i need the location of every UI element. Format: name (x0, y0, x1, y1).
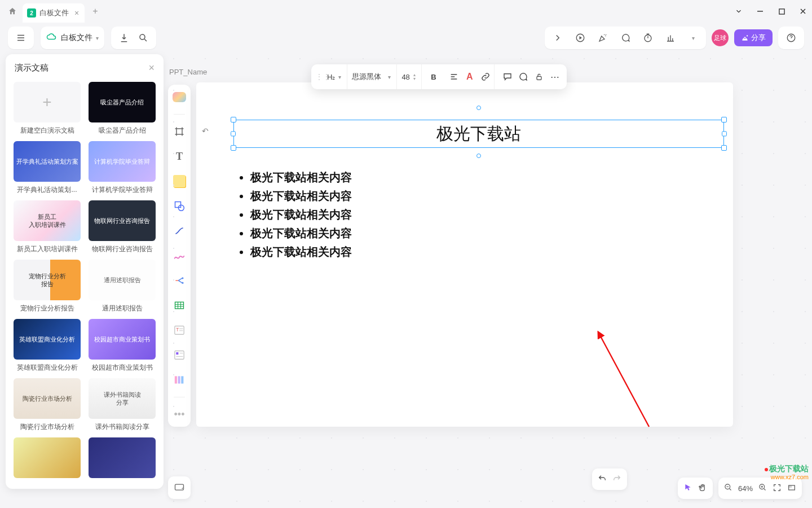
template-label: 吸尘器产品介绍 (89, 126, 156, 135)
template-panel: 演示文稿 × +新建空白演示文稿吸尘器产品介绍吸尘器产品介绍开学典礼活动策划方案… (6, 54, 164, 489)
bullet-item[interactable]: 极光下载站相关内容 (250, 187, 352, 205)
redo-button[interactable] (612, 474, 621, 485)
template-card[interactable]: 通用述职报告通用述职报告 (89, 260, 156, 313)
chevron-down-icon[interactable] (734, 7, 743, 16)
resize-handle-bl[interactable] (231, 145, 236, 151)
bold-button[interactable]: B (426, 69, 441, 84)
undo-button[interactable] (598, 474, 607, 485)
user-avatar[interactable]: 足球 (712, 29, 729, 46)
svg-rect-18 (537, 76, 541, 80)
title-selection[interactable]: 极光下载站 (233, 120, 724, 148)
watermark: 极光下载站 www.xz7.com (765, 464, 809, 481)
window-minimize[interactable] (756, 7, 765, 16)
cursor-tool[interactable] (683, 483, 692, 494)
home-button[interactable] (5, 3, 20, 19)
template-card[interactable]: 吸尘器产品介绍吸尘器产品介绍 (89, 82, 156, 135)
window-close[interactable] (798, 7, 807, 16)
template-card[interactable]: 陶瓷行业市场分析陶瓷行业市场分析 (14, 378, 81, 432)
titlebar: 2 白板文件 × + (0, 0, 812, 23)
minimap-toggle[interactable] (787, 483, 796, 494)
template-label: 新员工入职培训课件 (14, 244, 81, 254)
template-card[interactable]: 英雄联盟商业化分析英雄联盟商业化分析 (14, 319, 81, 373)
svg-point-1 (140, 34, 145, 40)
heading-select[interactable]: H₂ ▾ (323, 64, 346, 89)
window-maximize[interactable] (777, 7, 786, 16)
template-card[interactable]: 物联网行业咨询报告物联网行业咨询报告 (89, 200, 156, 254)
chat-button[interactable] (516, 69, 531, 84)
template-card[interactable] (14, 437, 81, 481)
hand-tool[interactable] (698, 483, 707, 494)
svg-rect-0 (779, 8, 784, 14)
resize-handle-tl[interactable] (231, 117, 236, 122)
comment-icon[interactable] (618, 30, 633, 45)
template-card[interactable]: 新员工 入职培训课件新员工入职培训课件 (14, 200, 81, 254)
template-card[interactable]: 宠物行业分析 报告宠物行业分析报告 (14, 260, 81, 313)
template-label: 开学典礼活动策划... (14, 185, 81, 195)
zoom-value[interactable]: 64% (738, 484, 753, 493)
template-label: 宠物行业分析报告 (14, 304, 81, 313)
fit-view[interactable] (773, 483, 782, 494)
align-button[interactable] (447, 69, 461, 84)
download-button[interactable] (117, 30, 131, 45)
template-label: 陶瓷行业市场分析 (14, 422, 81, 432)
rotate-handle[interactable]: ↶ (202, 126, 209, 135)
text-color-button[interactable]: A (462, 69, 477, 84)
font-select[interactable]: 思源黑体 ▾ (347, 64, 395, 89)
more-options[interactable]: ⋯ (548, 69, 562, 84)
panel-title: 演示文稿 (15, 63, 48, 73)
link-button[interactable] (478, 69, 493, 84)
resize-handle-br[interactable] (721, 145, 727, 151)
zoom-out[interactable] (724, 483, 732, 493)
panel-close-button[interactable]: × (148, 62, 155, 74)
bullet-item[interactable]: 极光下载站相关内容 (250, 243, 352, 261)
search-button[interactable] (136, 30, 151, 45)
resize-handle-tm[interactable] (476, 106, 481, 110)
confetti-icon[interactable] (595, 30, 610, 45)
file-name-dropdown[interactable]: 白板文件▾ (61, 33, 99, 43)
template-card[interactable]: 课外书籍阅读 分享课外书籍阅读分享 (89, 378, 156, 432)
bullet-item[interactable]: 极光下载站相关内容 (250, 224, 352, 243)
new-tab-button[interactable]: + (92, 6, 98, 16)
template-label: 通用述职报告 (89, 304, 156, 313)
resize-handle-mr[interactable] (722, 132, 727, 137)
chevron-right-icon[interactable] (550, 30, 565, 45)
svg-rect-19 (175, 484, 184, 490)
lock-button[interactable] (532, 69, 546, 84)
resize-handle-bm[interactable] (476, 154, 481, 158)
bullet-item[interactable]: 极光下载站相关内容 (250, 205, 352, 224)
svg-rect-23 (789, 485, 792, 488)
share-label: 分享 (751, 33, 766, 43)
tab-title: 白板文件 (39, 8, 69, 18)
template-card[interactable]: 计算机学院毕业答辩计算机学院毕业答辩 (89, 141, 156, 195)
chart-icon[interactable] (663, 30, 678, 45)
play-button[interactable] (573, 30, 588, 45)
template-label: 校园超市商业策划书 (89, 363, 156, 373)
canvas[interactable]: PPT_Name 极光下载站 极光下载站相关内容极光下载站相关内容极光下载站相关… (169, 54, 812, 508)
more-tools-chevron[interactable]: ▾ (686, 30, 700, 45)
template-grid[interactable]: +新建空白演示文稿吸尘器产品介绍吸尘器产品介绍开学典礼活动策划方案开学典礼活动策… (6, 82, 164, 489)
speech-bubble-button[interactable] (500, 69, 515, 84)
timer-icon[interactable] (641, 30, 655, 45)
tab-close-icon[interactable]: × (74, 8, 79, 17)
resize-handle-tr[interactable] (721, 117, 727, 122)
font-size[interactable]: 48▴▾ (396, 64, 420, 89)
cloud-sync-icon (46, 32, 56, 44)
menu-button[interactable] (14, 30, 28, 45)
template-card[interactable]: 校园超市商业策划书校园超市商业策划书 (89, 319, 156, 373)
share-button[interactable]: 分享 (734, 29, 773, 46)
slide-surface[interactable]: 极光下载站 极光下载站相关内容极光下载站相关内容极光下载站相关内容极光下载站相关… (196, 82, 733, 427)
slide-name[interactable]: PPT_Name (169, 68, 207, 76)
presentation-mode-button[interactable] (168, 476, 191, 499)
slide-bullets[interactable]: 极光下载站相关内容极光下载站相关内容极光下载站相关内容极光下载站相关内容极光下载… (240, 168, 352, 261)
template-card[interactable]: +新建空白演示文稿 (14, 82, 81, 135)
resize-handle-ml[interactable] (231, 132, 236, 137)
slide-title[interactable]: 极光下载站 (436, 122, 521, 146)
text-format-toolbar[interactable]: ⋮⋮ H₂ ▾ 思源黑体 ▾ 48▴▾ B A ⋯ (311, 64, 567, 89)
bullet-item[interactable]: 极光下载站相关内容 (250, 168, 352, 187)
help-button[interactable] (784, 30, 798, 45)
template-card[interactable] (89, 437, 156, 481)
template-card[interactable]: 开学典礼活动策划方案开学典礼活动策划... (14, 141, 81, 195)
tab-active[interactable]: 2 白板文件 × (23, 3, 85, 23)
zoom-in[interactable] (758, 483, 767, 493)
toolbar-grip[interactable]: ⋮⋮ (316, 76, 321, 78)
